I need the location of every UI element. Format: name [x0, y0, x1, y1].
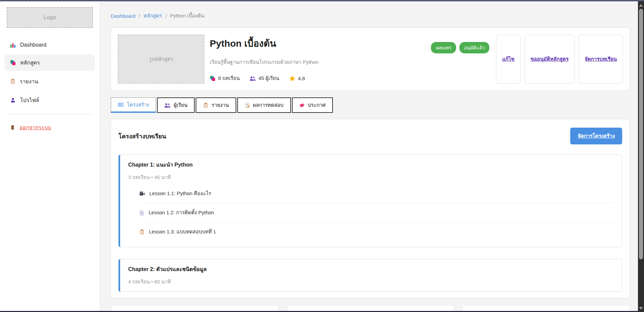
breadcrumb-separator: /: [165, 13, 167, 19]
course-stat: 4.8: [289, 76, 305, 81]
clipboard-icon: [139, 229, 145, 235]
status-badge: เผยแพร่: [431, 42, 456, 53]
lesson-row[interactable]: Lesson 1.1: Python คืออะไร: [139, 184, 614, 203]
megaphone-icon: [299, 102, 305, 108]
chapter-meta: 3 บทเรียน • 45 นาที: [128, 173, 614, 181]
breadcrumb-link[interactable]: Dashboard: [111, 13, 135, 19]
document-page-icon: [139, 210, 144, 216]
tab-label: ประกาศ: [308, 101, 326, 109]
person-icon: [10, 97, 16, 103]
action-link[interactable]: จัดการบทเรียน: [585, 55, 617, 63]
course-stats: 8 บทเรียน 45 ผู้เรียน 4.8: [210, 74, 431, 82]
people-icon: [164, 103, 170, 108]
manage-lessons-button[interactable]: จัดการบทเรียน: [579, 35, 623, 84]
structure-panel-header: โครงสร้างบทเรียน จัดการโครงสร้าง: [118, 128, 622, 144]
structure-heading: โครงสร้างบทเรียน: [118, 131, 166, 141]
sidebar-item-label: รายงาน: [20, 77, 38, 86]
memo-pencil-icon: [245, 102, 250, 108]
clipboard-icon: [203, 102, 208, 108]
action-link[interactable]: ขออนุมัติหลักสูตร: [531, 55, 568, 63]
sidebar-item-label: โปรไฟล์: [20, 96, 39, 104]
course-badges: เผยแพร่ อนุมัติแล้ว: [431, 35, 496, 84]
sidebar-divider: [7, 114, 93, 114]
course-stat: 8 บทเรียน: [210, 74, 240, 82]
tab-announcements[interactable]: ประกาศ: [292, 97, 333, 113]
tab-students[interactable]: ผู้เรียน: [157, 97, 195, 113]
vertical-scrollbar[interactable]: [638, 1, 644, 312]
course-actions: แก้ไข ขออนุมัติหลักสูตร จัดการบทเรียน: [496, 35, 623, 84]
course-info: Python เบื้องต้น เรียนรู้พื้นฐานการเขียน…: [204, 35, 431, 84]
chapter-meta: 4 บทเรียน • 60 นาที: [128, 278, 614, 286]
tab-label: รายงาน: [211, 101, 229, 109]
manage-structure-button[interactable]: จัดการโครงสร้าง: [570, 128, 622, 144]
open-book-icon: [118, 102, 124, 107]
breadcrumb-separator: /: [139, 13, 140, 19]
course-header-card: รูปหลักสูตร Python เบื้องต้น เรียนรู้พื้…: [111, 28, 630, 91]
main-content: Dashboard/หลักสูตร/Python เบื้องต้น รูปห…: [100, 1, 630, 312]
lesson-list: Lesson 1.1: Python คืออะไร Lesson 1.2: ก…: [128, 184, 614, 241]
tab-reports[interactable]: รายงาน: [196, 97, 236, 113]
star-icon: [289, 76, 295, 81]
people-icon: [250, 76, 256, 81]
stacked-books-icon: [10, 60, 16, 65]
tab-test-results[interactable]: ผลการทดสอบ: [237, 97, 291, 113]
breadcrumb: Dashboard/หลักสูตร/Python เบื้องต้น: [111, 12, 630, 20]
scroll-down-arrow-icon[interactable]: [639, 307, 643, 310]
sidebar-item-reports[interactable]: รายงาน: [5, 73, 95, 90]
sidebar-item-courses[interactable]: หลักสูตร: [5, 54, 95, 71]
sidebar-item-label: Dashboard: [20, 42, 46, 48]
action-link[interactable]: แก้ไข: [502, 55, 514, 63]
top-accent-bar: [0, 0, 644, 1]
sidebar-item-profile[interactable]: โปรไฟล์: [5, 92, 95, 108]
sidebar-item-label: หลักสูตร: [20, 58, 40, 67]
chapter-title: Chapter 2: ตัวแปรและชนิดข้อมูล: [128, 265, 614, 273]
chapter-card: Chapter 1: แนะนำ Python 3 บทเรียน • 45 น…: [118, 154, 622, 247]
logout-label: ออกจากระบบ: [19, 123, 51, 132]
logo-placeholder: Logo: [7, 7, 93, 28]
tab-label: ผู้เรียน: [174, 101, 187, 109]
sidebar-item-dashboard[interactable]: Dashboard: [5, 38, 95, 52]
breadcrumb-link[interactable]: หลักสูตร: [144, 12, 162, 20]
bar-chart-icon: [10, 42, 16, 48]
course-tabs: โครงสร้าง ผู้เรียน รายงาน ผลการทดสอบ ประ…: [111, 97, 630, 113]
door-icon: [10, 125, 15, 130]
chapter-card: Chapter 2: ตัวแปรและชนิดข้อมูล 4 บทเรียน…: [118, 259, 622, 292]
scrollbar-thumb[interactable]: [639, 9, 643, 259]
stacked-books-icon: [210, 76, 215, 81]
status-badge: อนุมัติแล้ว: [459, 42, 490, 53]
stat-label: 4.8: [298, 76, 305, 81]
course-image-placeholder: รูปหลักสูตร: [118, 35, 204, 84]
course-stat: 45 ผู้เรียน: [250, 74, 279, 82]
lesson-title: Lesson 1.2: การติดตั้ง Python: [149, 209, 214, 217]
scroll-up-arrow-icon[interactable]: [639, 4, 643, 7]
course-description: เรียนรู้พื้นฐานการเขียนโปรแกรมด้วยภาษา P…: [210, 58, 431, 66]
sidebar: Logo Dashboard หลักสูตร รายงาน โปรไฟล์ อ…: [0, 1, 100, 312]
clipboard-icon: [10, 79, 15, 84]
chapter-list: Chapter 1: แนะนำ Python 3 บทเรียน • 45 น…: [118, 154, 622, 292]
lesson-row[interactable]: Lesson 1.3: แบบทดสอบบทที่ 1: [139, 222, 614, 241]
video-camera-icon: [139, 191, 145, 196]
sidebar-item-logout[interactable]: ออกจากระบบ: [10, 123, 51, 132]
tab-label: ผลการทดสอบ: [253, 101, 284, 109]
chapter-title: Chapter 1: แนะนำ Python: [128, 161, 614, 169]
sidebar-nav: Dashboard หลักสูตร รายงาน โปรไฟล์: [5, 38, 95, 108]
request-approval-button[interactable]: ขออนุมัติหลักสูตร: [525, 35, 575, 84]
structure-panel: โครงสร้างบทเรียน จัดการโครงสร้าง Chapter…: [111, 119, 630, 298]
lesson-title: Lesson 1.3: แบบทดสอบบทที่ 1: [149, 228, 216, 236]
stat-label: 8 บทเรียน: [218, 74, 240, 82]
edit-course-button[interactable]: แก้ไข: [496, 35, 521, 84]
lesson-row[interactable]: Lesson 1.2: การติดตั้ง Python: [139, 203, 614, 222]
lesson-title: Lesson 1.1: Python คืออะไร: [149, 189, 211, 197]
tab-label: โครงสร้าง: [127, 101, 149, 109]
tab-structure[interactable]: โครงสร้าง: [111, 97, 156, 113]
breadcrumb-current: Python เบื้องต้น: [170, 12, 204, 20]
course-title: Python เบื้องต้น: [210, 36, 431, 51]
stat-label: 45 ผู้เรียน: [258, 74, 279, 82]
